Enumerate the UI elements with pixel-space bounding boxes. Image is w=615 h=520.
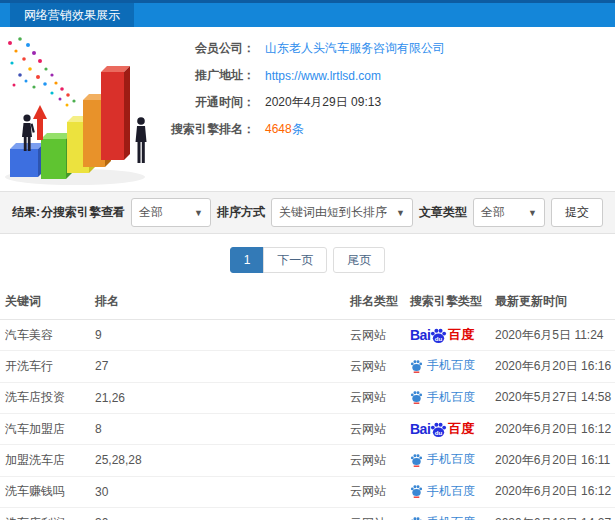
engine-type-cell: 手机百度 (405, 476, 490, 508)
page-title-tab[interactable]: 网络营销效果展示 (10, 3, 134, 27)
svg-text:du: du (435, 428, 443, 435)
keyword-cell: 洗车店投资 (0, 382, 90, 414)
info-row-url: 推广地址： https://www.lrtlsd.com (150, 62, 445, 89)
article-type-select[interactable]: 全部 ▼ (473, 198, 545, 227)
rank-count-value: 4648条 (265, 121, 304, 138)
rank-cell[interactable]: 21,26 (90, 382, 345, 414)
submit-button[interactable]: 提交 (551, 198, 603, 227)
updated-cell: 2020年6月20日 16:12 (490, 414, 615, 445)
table-row: 加盟洗车店25,28,28云网站手机百度2020年6月20日 16:11 (0, 445, 615, 477)
updated-cell: 2020年6月20日 16:11 (490, 445, 615, 477)
sort-filter-label: 排序方式 (217, 204, 265, 221)
info-row-open-time: 开通时间： 2020年4月29日 09:13 (150, 89, 445, 116)
rank-cell[interactable]: 27 (90, 351, 345, 383)
rank-cell[interactable]: 8 (90, 414, 345, 445)
baidu-paw-icon (410, 453, 423, 467)
sort-select[interactable]: 关键词由短到长排序 ▼ (271, 198, 413, 227)
header-rank: 排名 (90, 284, 345, 320)
mobile-baidu-logo: 手机百度 (410, 389, 475, 406)
svg-text:du: du (435, 334, 443, 341)
updated-cell: 2020年6月20日 16:12 (490, 476, 615, 508)
baidu-logo: Baidu百度 (410, 420, 474, 438)
table-row: 汽车加盟店8云网站Baidu百度2020年6月20日 16:12 (0, 414, 615, 445)
rank-type-cell: 云网站 (345, 351, 405, 383)
rank-type-cell: 云网站 (345, 508, 405, 520)
company-label: 会员公司： (150, 40, 255, 57)
account-info-list: 会员公司： 山东老人头汽车服务咨询有限公司 推广地址： https://www.… (150, 35, 445, 143)
baidu-paw-icon (410, 516, 423, 520)
engine-type-cell: 手机百度 (405, 508, 490, 520)
last-page-button[interactable]: 尾页 (333, 247, 385, 273)
rank-cell[interactable]: 30 (90, 476, 345, 508)
baidu-paw-icon: du (430, 327, 447, 344)
rank-count-suffix: 条 (292, 122, 304, 136)
table-row: 洗车店利润30云网站手机百度2020年6月18日 14:27 (0, 508, 615, 520)
mobile-baidu-logo: 手机百度 (410, 357, 475, 374)
engine-type-cell: 手机百度 (405, 445, 490, 477)
ranking-table: 关键词 排名 排名类型 搜索引擎类型 最新更新时间 汽车美容9云网站Baidu百… (0, 284, 615, 520)
table-row: 汽车美容9云网站Baidu百度2020年6月5日 11:24 (0, 320, 615, 351)
mobile-baidu-logo: 手机百度 (410, 483, 475, 500)
rank-type-cell: 云网站 (345, 414, 405, 445)
open-time-label: 开通时间： (150, 94, 255, 111)
table-row: 洗车赚钱吗30云网站手机百度2020年6月20日 16:12 (0, 476, 615, 508)
article-type-select-value: 全部 (481, 204, 505, 221)
keyword-cell: 加盟洗车店 (0, 445, 90, 477)
rank-cell[interactable]: 30 (90, 508, 345, 520)
rank-type-cell: 云网站 (345, 382, 405, 414)
pagination: 1 下一页 尾页 (0, 247, 615, 273)
mobile-baidu-logo: 手机百度 (410, 514, 475, 520)
engine-type-cell: 手机百度 (405, 351, 490, 383)
company-link[interactable]: 山东老人头汽车服务咨询有限公司 (265, 40, 445, 57)
chevron-down-icon: ▼ (528, 208, 537, 218)
bar-blue (10, 143, 44, 177)
engine-type-cell: Baidu百度 (405, 414, 490, 445)
table-header-row: 关键词 排名 排名类型 搜索引擎类型 最新更新时间 (0, 284, 615, 320)
engine-filter-label: 分搜索引擎查看 (41, 204, 125, 221)
sort-select-value: 关键词由短到长排序 (279, 204, 387, 221)
promo-url-link[interactable]: https://www.lrtlsd.com (265, 69, 381, 83)
page-title: 网络营销效果展示 (24, 8, 120, 22)
mobile-baidu-logo: 手机百度 (410, 451, 475, 468)
updated-cell: 2020年6月20日 16:16 (490, 351, 615, 383)
keyword-cell: 汽车加盟店 (0, 414, 90, 445)
header-rank-type: 排名类型 (345, 284, 405, 320)
confetti-dots (8, 37, 76, 106)
open-time-value: 2020年4月29日 09:13 (265, 94, 381, 111)
up-arrow (33, 105, 47, 140)
rank-cell[interactable]: 25,28,28 (90, 445, 345, 477)
rank-type-cell: 云网站 (345, 445, 405, 477)
header-keyword: 关键词 (0, 284, 90, 320)
chevron-down-icon: ▼ (396, 208, 405, 218)
keyword-cell: 洗车赚钱吗 (0, 476, 90, 508)
page-1-button[interactable]: 1 (230, 247, 265, 273)
baidu-paw-icon: du (430, 421, 447, 438)
engine-select[interactable]: 全部 ▼ (131, 198, 211, 227)
result-label: 结果: (12, 204, 40, 221)
table-row: 洗车店投资21,26云网站手机百度2020年5月27日 14:58 (0, 382, 615, 414)
keyword-cell: 汽车美容 (0, 320, 90, 351)
app-header: 网络营销效果展示 (0, 0, 615, 27)
updated-cell: 2020年6月18日 14:27 (490, 508, 615, 520)
account-summary-section: 会员公司： 山东老人头汽车服务咨询有限公司 推广地址： https://www.… (0, 27, 615, 191)
info-row-rank-count: 搜索引擎排名： 4648条 (150, 116, 445, 143)
engine-type-cell: 手机百度 (405, 382, 490, 414)
header-updated: 最新更新时间 (490, 284, 615, 320)
rank-count-number: 4648 (265, 122, 292, 136)
rank-type-cell: 云网站 (345, 476, 405, 508)
bar-red (101, 66, 130, 160)
updated-cell: 2020年5月27日 14:58 (490, 382, 615, 414)
next-page-button[interactable]: 下一页 (263, 247, 327, 273)
promo-url-label: 推广地址： (150, 67, 255, 84)
baidu-paw-icon (410, 359, 423, 373)
ranking-table-body: 汽车美容9云网站Baidu百度2020年6月5日 11:24开洗车行27云网站手… (0, 320, 615, 520)
rank-cell[interactable]: 9 (90, 320, 345, 351)
filter-controls: 分搜索引擎查看 全部 ▼ 排序方式 关键词由短到长排序 ▼ 文章类型 全部 ▼ … (41, 198, 603, 227)
baidu-paw-icon (410, 484, 423, 498)
keyword-cell: 洗车店利润 (0, 508, 90, 520)
info-row-company: 会员公司： 山东老人头汽车服务咨询有限公司 (150, 35, 445, 62)
engine-type-cell: Baidu百度 (405, 320, 490, 351)
growth-chart-illustration (0, 29, 158, 189)
filter-bar: 结果: 分搜索引擎查看 全部 ▼ 排序方式 关键词由短到长排序 ▼ 文章类型 全… (0, 191, 615, 234)
updated-cell: 2020年6月5日 11:24 (490, 320, 615, 351)
